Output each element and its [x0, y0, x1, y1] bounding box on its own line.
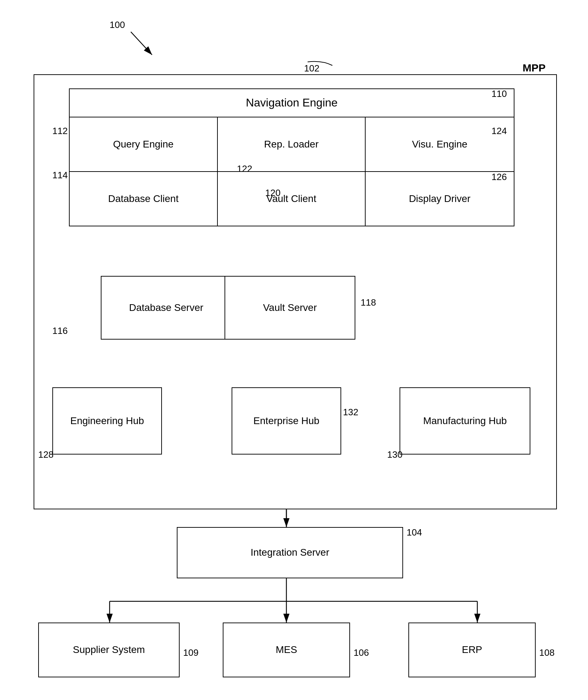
db-server-box: Database Server [101, 276, 232, 340]
ref-106-label: 106 [354, 647, 369, 658]
query-engine-box: Query Engine [70, 117, 217, 172]
ref-122-label: 122 [237, 163, 252, 174]
ref-120-label: 120 [265, 187, 280, 198]
diagram: 100 MPP 102 Navigation Engine Query Engi… [0, 0, 588, 700]
ref-114-label: 114 [52, 170, 68, 181]
ref-108-label: 108 [539, 647, 554, 658]
supplier-system-box: Supplier System [38, 623, 180, 677]
ref-109-label: 109 [183, 647, 198, 658]
nav-engine-container: Navigation Engine Query Engine Database … [69, 88, 514, 226]
erp-box: ERP [408, 623, 536, 677]
eng-hub-box: Engineering Hub [52, 387, 162, 455]
vault-client-box: Vault Client [218, 172, 365, 226]
ref-104-label: 104 [407, 527, 422, 538]
ref-100-label: 100 [110, 19, 125, 30]
mes-box: MES [223, 623, 350, 677]
vault-server-box: Vault Server [225, 276, 355, 340]
svg-line-2 [131, 32, 152, 55]
nav-engine-label: Navigation Engine [70, 89, 514, 117]
ref-124-label: 124 [491, 126, 507, 137]
ref-132-label: 132 [343, 407, 358, 418]
mpp-title-label: MPP [523, 62, 546, 74]
ent-hub-box: Enterprise Hub [232, 387, 341, 455]
ref-102-label: 102 [304, 63, 319, 74]
ref-126-label: 126 [491, 172, 507, 183]
ref-110-label: 110 [491, 88, 507, 99]
ref-116-label: 116 [52, 325, 68, 336]
ref-128-label: 128 [38, 449, 53, 460]
ref-112-label: 112 [52, 126, 68, 137]
integration-server-box: Integration Server [177, 527, 403, 578]
ref-118-label: 118 [361, 297, 376, 308]
mfg-hub-box: Manufacturing Hub [400, 387, 530, 455]
ref-130-label: 130 [387, 449, 402, 460]
db-client-box: Database Client [70, 172, 217, 226]
